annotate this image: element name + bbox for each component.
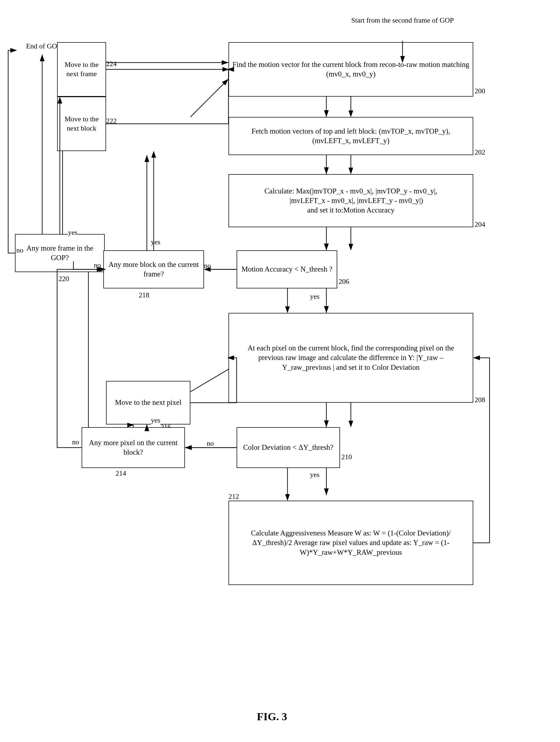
- any-more-pixel-text: Any more pixel on the current block?: [86, 438, 181, 457]
- label-yes-color: yes: [310, 471, 320, 479]
- find-motion-vector-text: Find the motion vector for the current b…: [232, 60, 469, 79]
- move-next-frame-text: Move to the next frame: [61, 60, 102, 78]
- diagram-container: Start from the second frame of GOP End o…: [0, 0, 560, 742]
- fetch-motion-vectors-box: Fetch motion vectors of top and left blo…: [228, 117, 473, 155]
- color-deviation-text: Color Deviation < ΔY_thresh?: [243, 443, 333, 452]
- calculate-aggressiveness-box: Calculate Aggressiveness Measure W as: W…: [228, 501, 473, 585]
- move-next-pixel-box: Move to the next pixel: [106, 381, 190, 424]
- move-next-frame-box: Move to the next frame: [57, 42, 106, 97]
- pixel-process-text: At each pixel on the current block, find…: [234, 343, 467, 372]
- any-more-frame-box: Any more frame in the GOP?: [15, 234, 105, 272]
- label-yes-frame: yes: [68, 228, 77, 237]
- find-motion-vector-box: Find the motion vector for the current b…: [228, 42, 473, 97]
- ref-212: 212: [228, 492, 239, 501]
- pixel-process-box: At each pixel on the current block, find…: [228, 313, 473, 403]
- calculate-aggressiveness-text: Calculate Aggressiveness Measure W as: W…: [236, 528, 466, 557]
- label-no-color: no: [207, 439, 214, 447]
- fig-caption: FIG. 3: [218, 710, 326, 723]
- move-next-pixel-text: Move to the next pixel: [115, 398, 181, 407]
- label-yes-pixel: yes: [151, 416, 161, 424]
- start-label: Start from the second frame of GOP: [351, 16, 454, 24]
- calculate-max-text: Calculate: Max(|mvTOP_x - mv0_x|, |mvTOP…: [264, 187, 437, 215]
- any-more-block-text: Any more block on the current frame?: [107, 260, 200, 279]
- motion-accuracy-box: Motion Accuracy < N_thresh ?: [237, 250, 337, 288]
- svg-line-15: [190, 79, 228, 117]
- label-yes-motion: yes: [310, 293, 320, 301]
- color-deviation-box: Color Deviation < ΔY_thresh?: [237, 427, 340, 468]
- ref-204: 204: [474, 220, 485, 228]
- label-no-motion: no: [204, 262, 211, 270]
- ref-200: 200: [474, 87, 485, 95]
- any-more-frame-text: Any more frame in the GOP?: [19, 244, 101, 263]
- ref-218: 218: [139, 291, 149, 299]
- label-no-pixel: no: [72, 438, 79, 446]
- ref-222: 222: [106, 117, 117, 125]
- move-next-block-text: Move to the next block: [61, 114, 102, 133]
- any-more-pixel-box: Any more pixel on the current block?: [81, 427, 185, 468]
- label-no-frame: no: [16, 246, 23, 254]
- ref-224: 224: [106, 60, 117, 68]
- ref-220: 220: [58, 275, 69, 283]
- label-yes-block: yes: [151, 238, 161, 246]
- calculate-max-box: Calculate: Max(|mvTOP_x - mv0_x|, |mvTOP…: [228, 174, 473, 227]
- any-more-block-box: Any more block on the current frame?: [103, 250, 204, 288]
- motion-accuracy-text: Motion Accuracy < N_thresh ?: [241, 264, 333, 274]
- ref-214: 214: [116, 469, 126, 478]
- ref-202: 202: [474, 148, 485, 156]
- ref-206: 206: [339, 277, 349, 286]
- ref-208: 208: [474, 396, 485, 404]
- ref-210: 210: [341, 453, 352, 461]
- fetch-motion-vectors-text: Fetch motion vectors of top and left blo…: [232, 126, 469, 146]
- label-no-block: no: [94, 261, 101, 269]
- move-next-block-box: Move to the next block: [57, 97, 106, 151]
